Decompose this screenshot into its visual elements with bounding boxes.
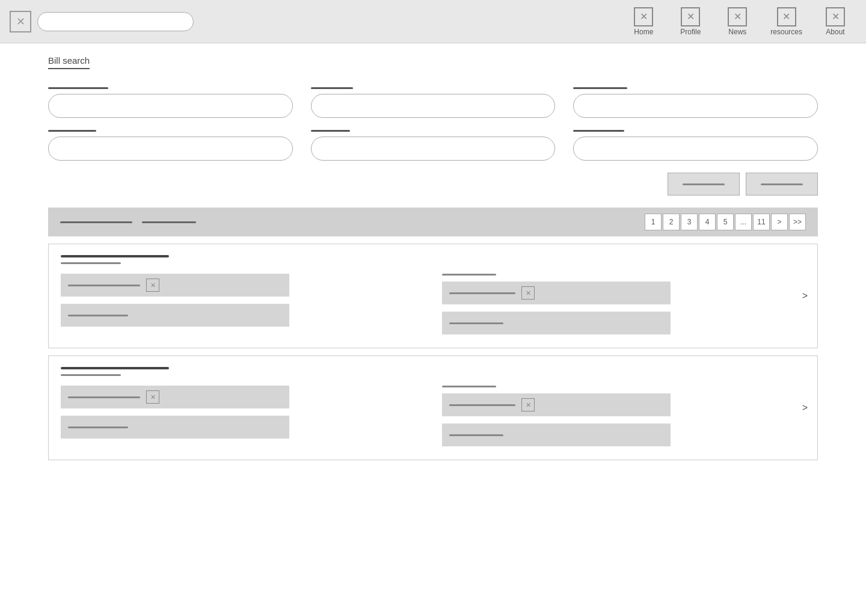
results-line-2 bbox=[142, 221, 196, 223]
card-1-chevron[interactable]: > bbox=[802, 291, 808, 301]
page-btn-5[interactable]: 5 bbox=[717, 214, 734, 230]
page-title: Bill search bbox=[48, 55, 90, 69]
form-group-4 bbox=[48, 130, 293, 161]
form-group-3 bbox=[573, 87, 818, 118]
profile-icon: ✕ bbox=[681, 7, 700, 26]
results-info bbox=[60, 221, 196, 223]
page-btn-3[interactable]: 3 bbox=[681, 214, 698, 230]
form-label-line-4 bbox=[48, 130, 96, 132]
card-1-subtitle-line bbox=[61, 262, 121, 264]
nav-item-resources[interactable]: ✕ resources bbox=[763, 5, 809, 38]
card-2-left-tag2: ✕ bbox=[61, 416, 289, 439]
form-group-6 bbox=[573, 130, 818, 161]
action-buttons-row bbox=[48, 173, 818, 196]
pagination: 1 2 3 4 5 ... 11 > >> bbox=[645, 214, 806, 230]
card-2-content-row: ✕ ✕ ✕ bbox=[61, 386, 805, 449]
nav-item-home[interactable]: ✕ Home bbox=[622, 5, 665, 38]
card-1-left-tag: ✕ bbox=[61, 274, 289, 297]
card-1-content-row: ✕ ✕ ✕ bbox=[61, 274, 805, 337]
header-logo: ✕ bbox=[10, 11, 194, 32]
main-content: Bill search bbox=[0, 43, 866, 616]
page-btn-4[interactable]: 4 bbox=[699, 214, 716, 230]
nav-label-about: About bbox=[826, 28, 844, 36]
card-1-left-col: ✕ ✕ bbox=[61, 274, 424, 337]
card-2-right-tag-remove[interactable]: ✕ bbox=[521, 398, 535, 411]
card-1-right-label bbox=[442, 274, 496, 276]
search-form bbox=[48, 87, 818, 196]
main-nav: ✕ Home ✕ Profile ✕ News ✕ resources ✕ Ab… bbox=[622, 5, 856, 38]
form-input-5[interactable] bbox=[311, 137, 556, 161]
card-1-left-tag-remove[interactable]: ✕ bbox=[146, 279, 159, 292]
results-list: > ✕ ✕ bbox=[48, 244, 818, 460]
nav-item-profile[interactable]: ✕ Profile bbox=[669, 5, 711, 38]
card-1-right-tag2: ✕ bbox=[442, 312, 671, 334]
search-button[interactable] bbox=[668, 173, 740, 196]
header-search-input[interactable] bbox=[37, 12, 194, 31]
card-1-right-tag2-line bbox=[449, 322, 503, 324]
reset-button[interactable] bbox=[746, 173, 818, 196]
card-1-left-tag2-line bbox=[68, 315, 128, 316]
logo-icon: ✕ bbox=[10, 11, 31, 32]
card-2-right-tag2-line bbox=[449, 434, 503, 436]
card-2-chevron[interactable]: > bbox=[802, 402, 808, 413]
card-2-left-tag2-line bbox=[68, 427, 128, 428]
header: ✕ ✕ Home ✕ Profile ✕ News ✕ resources ✕ … bbox=[0, 0, 866, 43]
form-label-line-5 bbox=[311, 130, 350, 132]
nav-label-resources: resources bbox=[770, 28, 802, 36]
form-input-4[interactable] bbox=[48, 137, 293, 161]
form-label-line-1 bbox=[48, 87, 108, 89]
card-1-left-tag2: ✕ bbox=[61, 304, 289, 327]
card-1-right-col: ✕ ✕ bbox=[442, 274, 805, 337]
form-input-3[interactable] bbox=[573, 94, 818, 118]
nav-item-about[interactable]: ✕ About bbox=[814, 5, 856, 38]
page-btn-11[interactable]: 11 bbox=[753, 214, 770, 230]
card-2-right-label bbox=[442, 386, 496, 387]
news-icon: ✕ bbox=[728, 7, 747, 26]
page-btn-1[interactable]: 1 bbox=[645, 214, 662, 230]
card-2-subtitle-line bbox=[61, 374, 121, 376]
card-2-right-col: ✕ ✕ bbox=[442, 386, 805, 449]
form-label-line-6 bbox=[573, 130, 624, 132]
card-2-left-tag-line bbox=[68, 396, 140, 398]
page-btn-next[interactable]: > bbox=[771, 214, 788, 230]
result-card-1: > ✕ ✕ bbox=[48, 244, 818, 348]
card-1-title-line bbox=[61, 255, 169, 257]
form-input-6[interactable] bbox=[573, 137, 818, 161]
form-group-2 bbox=[311, 87, 556, 118]
form-group-5 bbox=[311, 130, 556, 161]
card-2-left-col: ✕ ✕ bbox=[61, 386, 424, 449]
nav-label-profile: Profile bbox=[680, 28, 701, 36]
page-btn-ellipsis: ... bbox=[735, 214, 752, 230]
card-2-right-tag-line bbox=[449, 404, 515, 406]
form-label-line-2 bbox=[311, 87, 353, 89]
form-row-2 bbox=[48, 130, 818, 161]
card-1-left-tag-line bbox=[68, 285, 140, 286]
search-btn-line bbox=[683, 183, 725, 185]
form-input-2[interactable] bbox=[311, 94, 556, 118]
card-2-title-line bbox=[61, 367, 169, 369]
results-header: 1 2 3 4 5 ... 11 > >> bbox=[48, 208, 818, 236]
nav-label-news: News bbox=[728, 28, 746, 36]
card-1-right-tag-remove[interactable]: ✕ bbox=[521, 286, 535, 300]
form-label-line-3 bbox=[573, 87, 627, 89]
page-btn-last[interactable]: >> bbox=[789, 214, 806, 230]
form-input-1[interactable] bbox=[48, 94, 293, 118]
nav-item-news[interactable]: ✕ News bbox=[716, 5, 758, 38]
card-2-left-tag-remove[interactable]: ✕ bbox=[146, 390, 159, 404]
page-btn-2[interactable]: 2 bbox=[663, 214, 680, 230]
form-group-1 bbox=[48, 87, 293, 118]
resources-icon: ✕ bbox=[777, 7, 796, 26]
results-line-1 bbox=[60, 221, 132, 223]
card-2-right-tag: ✕ bbox=[442, 393, 671, 416]
card-1-right-tag-line bbox=[449, 292, 515, 294]
nav-label-home: Home bbox=[634, 28, 653, 36]
form-row-1 bbox=[48, 87, 818, 118]
card-1-right-tag: ✕ bbox=[442, 282, 671, 304]
reset-btn-line bbox=[761, 183, 803, 185]
home-icon: ✕ bbox=[634, 7, 653, 26]
about-icon: ✕ bbox=[826, 7, 845, 26]
card-2-left-tag: ✕ bbox=[61, 386, 289, 408]
card-2-right-tag2: ✕ bbox=[442, 424, 671, 446]
result-card-2: > ✕ ✕ bbox=[48, 356, 818, 460]
